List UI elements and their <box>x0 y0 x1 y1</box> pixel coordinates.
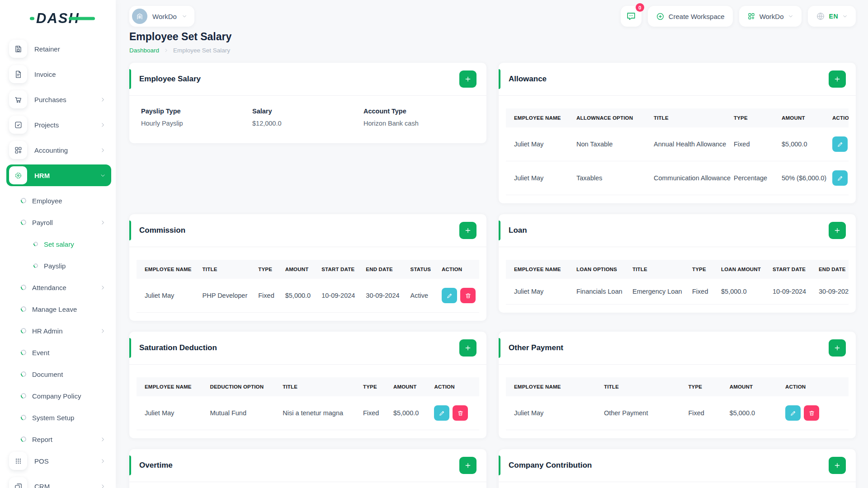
loan-table: EMPLOYEE NAMELOAN OPTIONSTITLETYPELOAN A… <box>506 260 849 305</box>
field-label: Payslip Type <box>141 108 252 115</box>
table-cell: Non Taxable <box>571 127 648 161</box>
add-loan-button[interactable] <box>829 222 846 239</box>
table-cell-actions <box>436 279 479 313</box>
sidebar-item-hrm[interactable]: HRM <box>6 164 111 186</box>
commission-table: EMPLOYEE NAMETITLETYPEAMOUNTSTART DATEEN… <box>137 260 479 313</box>
sidebar-item-invoice[interactable]: Invoice <box>6 63 111 85</box>
table-cell: 30-09-2024 <box>813 279 849 305</box>
table-cell: Financials Loan <box>571 279 627 305</box>
sidebar-item-manage-leave[interactable]: Manage Leave <box>6 298 111 320</box>
table-cell: Fixed <box>253 279 279 313</box>
create-workspace-button[interactable]: Create Workspace <box>648 6 733 27</box>
column-header: DEDUCTION OPTION <box>204 377 277 396</box>
delete-button[interactable] <box>460 288 476 303</box>
chevron-down-icon <box>100 173 106 178</box>
workspace-selector[interactable]: WorkDo <box>129 6 194 27</box>
sidebar-item-hr-admin[interactable]: HR Admin <box>6 320 111 342</box>
table-cell: $5,000.0 <box>280 279 316 313</box>
column-header: EMPLOYEE NAME <box>506 377 599 396</box>
company-contribution-card: Company Contribution <box>499 449 856 488</box>
edit-button[interactable] <box>832 170 848 186</box>
workspace-switcher[interactable]: WorkDo <box>739 6 802 27</box>
edit-button[interactable] <box>832 136 848 152</box>
allowance-table: EMPLOYEE NAMEALLOWNACE OPTIONTITLETYPEAM… <box>506 108 849 195</box>
table-cell: Fixed <box>728 127 776 161</box>
table-cell: Taxables <box>571 161 648 195</box>
card-header: Saturation Deduction <box>129 332 486 365</box>
sidebar: DASH RetainerInvoicePurchasesProjectsAcc… <box>0 0 116 488</box>
swap-squares-icon <box>9 477 27 488</box>
sidebar-item-crm[interactable]: CRM <box>6 475 111 488</box>
sidebar-item-label: Payroll <box>32 219 53 226</box>
sidebar-item-report[interactable]: Report <box>6 428 111 450</box>
edit-button[interactable] <box>785 405 801 421</box>
sidebar-item-retainer[interactable]: Retainer <box>6 38 111 60</box>
column-header: AMOUNT <box>724 377 780 396</box>
language-selector[interactable]: EN <box>808 6 856 27</box>
sidebar-item-event[interactable]: Event <box>6 342 111 363</box>
sidebar-item-document[interactable]: Document <box>6 363 111 385</box>
column-header: TITLE <box>277 377 358 396</box>
table-cell: Fixed <box>683 396 724 430</box>
sidebar-item-label: CRM <box>34 483 50 488</box>
sidebar-item-pos[interactable]: POS <box>6 450 111 472</box>
table-cell: Other Payment <box>599 396 683 430</box>
table-cell: Juliet May <box>137 396 204 430</box>
messages-button[interactable]: 0 <box>621 6 642 27</box>
table-cell-actions <box>827 127 849 161</box>
column-header: AMOUNT <box>388 377 429 396</box>
table-cell: Juliet May <box>506 279 571 305</box>
sidebar-item-purchases[interactable]: Purchases <box>6 89 111 110</box>
sidebar-item-label: Employee <box>32 197 62 205</box>
chevron-right-icon <box>100 220 106 225</box>
add-overtime-button[interactable] <box>459 457 476 474</box>
commission-card: Commission EMPLOYEE NAMETITLETYPEAMOUNTS… <box>129 214 486 321</box>
add-employee-salary-button[interactable] <box>459 70 476 88</box>
table-row: Juliet MayOther PaymentFixed$5,000.0 <box>506 396 849 430</box>
bullet-donut-icon <box>33 241 39 247</box>
column-header: TITLE <box>599 377 683 396</box>
add-allowance-button[interactable] <box>829 70 846 88</box>
sidebar-item-projects[interactable]: Projects <box>6 114 111 136</box>
sidebar-nav: RetainerInvoicePurchasesProjectsAccounti… <box>0 37 116 488</box>
delete-button[interactable] <box>453 405 468 421</box>
table-row: Juliet MayTaxablesCommunication Allowanc… <box>506 161 849 195</box>
chat-icon <box>626 11 636 21</box>
sidebar-item-payslip[interactable]: Payslip <box>6 255 111 277</box>
sidebar-item-attendance[interactable]: Attendance <box>6 277 111 298</box>
table-cell-actions <box>429 396 479 430</box>
add-company-contribution-button[interactable] <box>829 457 846 474</box>
delete-button[interactable] <box>804 405 819 421</box>
sidebar-item-system-setup[interactable]: System Setup <box>6 407 111 428</box>
bullet-donut-icon <box>20 414 27 421</box>
edit-button[interactable] <box>442 288 457 303</box>
chevron-right-icon <box>100 97 106 103</box>
saturation-deduction-table: EMPLOYEE NAMEDEDUCTION OPTIONTITLETYPEAM… <box>137 377 479 430</box>
plus-icon <box>834 344 841 352</box>
card-header: Commission <box>129 214 486 247</box>
sidebar-item-label: Projects <box>34 121 59 129</box>
overtime-card: Overtime <box>129 449 486 488</box>
add-commission-button[interactable] <box>459 222 476 239</box>
workspace-switcher-label: WorkDo <box>760 13 784 20</box>
card-header: Loan <box>499 214 856 247</box>
add-saturation-deduction-button[interactable] <box>459 339 476 357</box>
breadcrumb: Dashboard Employee Set Salary <box>129 47 856 54</box>
sidebar-item-set-salary[interactable]: Set salary <box>6 233 111 255</box>
sidebar-item-label: Event <box>32 349 49 357</box>
sidebar-item-accounting[interactable]: Accounting <box>6 139 111 161</box>
pencil-icon <box>439 410 445 417</box>
globe-icon <box>816 12 825 21</box>
column-header: TYPE <box>683 377 724 396</box>
sidebar-item-payroll[interactable]: Payroll <box>6 211 111 233</box>
card-body <box>129 482 486 488</box>
allowance-data-table: EMPLOYEE NAMEALLOWNACE OPTIONTITLETYPEAM… <box>506 108 849 195</box>
column-header: START DATE <box>767 260 813 279</box>
sidebar-item-label: Payslip <box>44 262 66 270</box>
breadcrumb-dashboard-link[interactable]: Dashboard <box>129 47 159 54</box>
sidebar-item-company-policy[interactable]: Company Policy <box>6 385 111 407</box>
sidebar-item-employee[interactable]: Employee <box>6 190 111 211</box>
add-other-payment-button[interactable] <box>829 339 846 357</box>
app-logo[interactable]: DASH <box>0 0 116 37</box>
edit-button[interactable] <box>434 405 449 421</box>
